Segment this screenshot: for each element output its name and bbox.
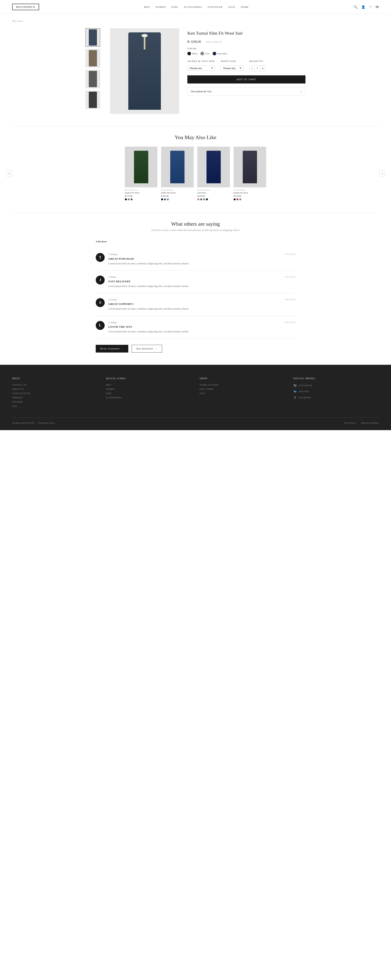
description-care-toggle[interactable]: Description & Care ⌄	[188, 87, 305, 96]
qty-increase-button[interactable]: +	[261, 65, 265, 71]
color-name-grey: Grey	[205, 52, 210, 55]
carousel-item-1[interactable]: ELCASSICA Quality Pro Dress R 175.00	[125, 146, 157, 200]
carousel-next-button[interactable]: ›	[379, 171, 385, 177]
footer-ql-kids[interactable]: KIDS	[106, 392, 191, 395]
arrow-right-icon-ask: →	[155, 347, 157, 350]
footer-shop-sale[interactable]: SALE	[200, 392, 285, 395]
account-icon[interactable]: 👤	[361, 5, 366, 9]
swatch-3-black[interactable]	[206, 198, 208, 200]
breadcrumb: Men Suits	[0, 14, 391, 24]
swatch-4-grey[interactable]	[239, 198, 241, 200]
product-name: Ken Turnol Slim Fit Wool Suit	[188, 30, 305, 36]
qty-decrease-button[interactable]: −	[250, 65, 254, 71]
review-avatar-2: J	[96, 275, 105, 285]
privacy-link[interactable]: Privacy Policy	[344, 422, 356, 424]
write-comment-button[interactable]: Write Comment →	[96, 345, 128, 353]
color-name-black: Black	[192, 52, 197, 55]
footer-ql-men[interactable]: MEN	[106, 384, 191, 386]
nav-home[interactable]: HOME	[241, 6, 249, 8]
footer-shop-title: SHOP	[200, 377, 285, 380]
twitter-link[interactable]: TWITTER	[299, 390, 309, 393]
footer-col-shop: SHOP STORE LOCATOR GIFT CARDS SALE	[200, 377, 285, 409]
carousel-item-2[interactable]: ELCASSICA Sublet Shirt Dress R 415.00	[161, 146, 194, 200]
nav-kids[interactable]: KIDS	[172, 6, 178, 8]
swatch-1-green[interactable]	[130, 198, 133, 200]
nav-accessories[interactable]: ACCESSORIES	[184, 6, 202, 8]
instagram-icon: 📷	[293, 384, 297, 387]
swatch-4-black[interactable]	[234, 198, 235, 200]
reviewer-name-2: J Malan	[108, 275, 116, 278]
carousel-img-2	[161, 146, 194, 188]
review-title-2: FAST DELIVERY	[108, 280, 295, 283]
facebook-link[interactable]: FACEBOOK	[299, 396, 311, 399]
carousel-swatches-2	[161, 198, 194, 200]
jacket-size-select[interactable]: Choose size SMLXL	[188, 65, 215, 71]
carousel-item-4[interactable]: ELCASSICA Quality Pro Dress R 315.00	[234, 146, 266, 200]
swatch-2-black[interactable]	[161, 198, 163, 200]
instagram-link[interactable]: INSTAGRAM	[299, 384, 312, 387]
pants-size-select[interactable]: Choose size 28303234	[221, 65, 243, 71]
suit-mini-2	[170, 151, 184, 183]
thumbnail-list	[86, 28, 102, 114]
nav-icon-group: 🔍 👤 ♡ 🛍	[353, 5, 379, 9]
footer-link-returns[interactable]: RETURNS	[12, 401, 98, 403]
footer-social-title: SOCIAL MEDIA	[293, 377, 379, 380]
description-care-label: Description & Care	[191, 90, 211, 93]
footer-link-account[interactable]: YOUR ACCOUNT	[12, 392, 98, 395]
wishlist-icon[interactable]: ♡	[369, 5, 372, 9]
carousel-prev-button[interactable]: ‹	[6, 171, 12, 177]
nav-sale[interactable]: SALE	[228, 6, 235, 8]
cart-icon[interactable]: 🛍	[375, 5, 379, 9]
carousel-price-2: R 415.00	[161, 195, 194, 197]
review-avatar-1: T	[96, 253, 105, 262]
nav-women[interactable]: WOMEN	[156, 6, 166, 8]
swatch-2-blue[interactable]	[164, 198, 166, 200]
carousel-item-3[interactable]: ELCASSICA Line Dress R 415.00	[197, 146, 230, 200]
nav-men[interactable]: MEN	[144, 6, 150, 8]
search-icon[interactable]: 🔍	[353, 5, 358, 9]
swatch-3-blue[interactable]	[200, 198, 202, 200]
swatch-4-red[interactable]	[237, 198, 238, 200]
color-swatch-grey[interactable]: Grey	[200, 52, 210, 56]
ask-question-button[interactable]: Ask Question →	[132, 345, 162, 353]
footer-link-shipping[interactable]: SHIPPING	[12, 396, 98, 399]
social-twitter[interactable]: 🐦 TWITTER	[293, 390, 379, 393]
color-dot-black[interactable]	[188, 52, 191, 56]
swatch-1-grey[interactable]	[128, 198, 130, 200]
thumbnail-3[interactable]	[86, 70, 100, 88]
carousel-price-1: R 175.00	[125, 195, 157, 197]
review-meta-3: S Gumbi 06/18/2020	[108, 298, 295, 301]
thumbnail-2[interactable]	[86, 49, 100, 67]
nav-footwear[interactable]: FOOTWEAR	[208, 6, 223, 8]
review-meta-4: L Minga 08/23/2020	[108, 321, 295, 324]
footer-col-help: HELP CONTACT US ABOUT US YOUR ACCOUNT SH…	[12, 377, 98, 409]
jacket-size-group: Jacket & Vest Size Choose size SMLXL	[188, 60, 215, 71]
copyright-text: All rights reserved @ 2020	[12, 422, 34, 424]
swatch-2-grey[interactable]	[167, 198, 169, 200]
add-to-cart-button[interactable]: Add To Cart	[188, 75, 305, 83]
footer-shop-giftcards[interactable]: GIFT CARDS	[200, 388, 285, 390]
terms-link[interactable]: Terms and Conditions	[361, 422, 379, 424]
color-swatch-navy[interactable]: Navy Blue	[213, 52, 227, 56]
swatch-3-red[interactable]	[197, 198, 199, 200]
chevron-down-icon: ⌄	[300, 90, 302, 93]
review-avatar-4: L	[96, 321, 105, 330]
footer-shop-locator[interactable]: STORE LOCATOR	[200, 384, 285, 386]
social-instagram[interactable]: 📷 INSTAGRAM	[293, 384, 379, 387]
color-swatch-black[interactable]: Black	[188, 52, 197, 56]
thumbnail-1[interactable]	[86, 28, 100, 47]
footer-ql-accessories[interactable]: ACCESSORIES	[106, 396, 191, 399]
thumbnail-4[interactable]	[86, 91, 100, 109]
footer-link-about[interactable]: ABOUT US	[12, 388, 98, 390]
swatch-3-grey[interactable]	[203, 198, 205, 200]
footer-link-faq[interactable]: FAQ	[12, 405, 98, 407]
logo[interactable]: ELCASSICA	[12, 4, 39, 10]
swatch-1-black[interactable]	[125, 198, 127, 200]
carousel-swatches-3	[197, 198, 230, 200]
color-dot-navy[interactable]	[213, 52, 216, 56]
footer-link-contact[interactable]: CONTACT US	[12, 384, 98, 386]
footer-ql-women[interactable]: WOMEN	[106, 388, 191, 390]
nav-links: MEN WOMEN KIDS ACCESSORIES FOOTWEAR SALE…	[144, 6, 249, 8]
color-dot-grey[interactable]	[200, 52, 204, 56]
social-facebook[interactable]: f FACEBOOK	[293, 396, 379, 399]
